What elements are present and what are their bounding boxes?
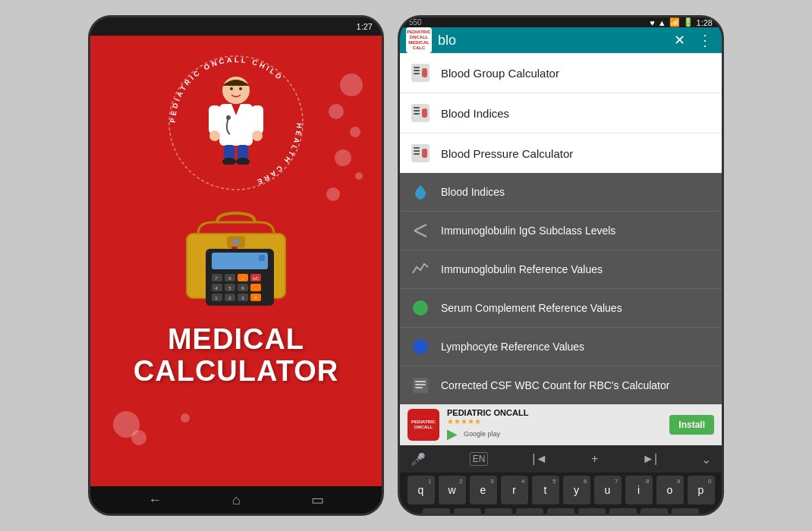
svg-rect-53 <box>422 68 427 77</box>
key-g[interactable]: g <box>547 508 574 516</box>
suggestion-icon-4 <box>409 335 432 358</box>
ad-title: PEDIATRIC ONCALL <box>447 408 662 417</box>
key-q[interactable]: q1 <box>408 476 435 504</box>
result-blood-indices[interactable]: Blood Indices <box>400 93 722 134</box>
medical-title: MEDICAL CALCULATOR <box>134 324 338 388</box>
key-i[interactable]: i8 <box>625 476 653 504</box>
result-blood-group[interactable]: Blood Group Calculator <box>400 53 722 93</box>
app-icon-small: PEDIATRICONCALLMEDICALCALC <box>406 27 432 53</box>
key-d[interactable]: d <box>485 508 512 516</box>
more-options-icon[interactable]: ⋮ <box>694 28 716 52</box>
ad-gplay-label: Google play <box>464 430 500 438</box>
clear-search-button[interactable]: ✕ <box>671 29 688 52</box>
ad-banner: PEDIATRICONCALL PEDIATRIC ONCALL ★★★★★ ▶… <box>400 404 722 445</box>
result-label-blood-pressure: Blood Pressure Calculator <box>441 147 573 160</box>
svg-text:+: + <box>241 276 244 281</box>
keyboard-toolbar: 🎤 EN |◄ + ►| ⌄ <box>400 445 722 473</box>
title-line2: CALCULATOR <box>134 355 338 387</box>
search-input[interactable] <box>438 33 665 49</box>
result-icon-blood-pressure <box>409 142 432 165</box>
svg-rect-71 <box>415 387 423 388</box>
phone-right: 550 ♥ ▲ 📶 🔋 1:28 PEDIATRICONCALLMEDICALC… <box>398 15 724 516</box>
plus-icon[interactable]: + <box>591 452 598 466</box>
key-w[interactable]: w2 <box>439 476 466 504</box>
svg-point-7 <box>209 130 220 141</box>
search-bar: PEDIATRICONCALLMEDICALCALC ✕ ⋮ <box>400 27 722 53</box>
suggestion-5[interactable]: Corrected CSF WBC Count for RBC's Calcul… <box>400 366 722 404</box>
kb-row-1: q1 w2 e3 r4 t5 y6 u7 i8 o9 p0 <box>403 476 719 504</box>
svg-rect-61 <box>414 150 420 152</box>
svg-rect-6 <box>251 105 263 134</box>
svg-rect-69 <box>415 381 426 382</box>
svg-point-67 <box>413 339 428 354</box>
svg-rect-52 <box>414 73 420 74</box>
suggestion-icon-3 <box>409 297 432 319</box>
key-y[interactable]: y6 <box>563 476 590 504</box>
suggestion-section: Blood Indices Immunoglobulin IgG Subclas… <box>400 173 722 404</box>
ad-app-icon: PEDIATRICONCALL <box>408 409 439 441</box>
suggestion-3[interactable]: Serum Complement Reference Values <box>400 289 722 328</box>
key-k[interactable]: k <box>640 508 668 516</box>
result-label-blood-group: Blood Group Calculator <box>441 67 559 80</box>
suggestion-label-3: Serum Complement Reference Values <box>441 302 622 314</box>
svg-point-19 <box>232 238 240 246</box>
ring-container: PEDIATRIC ONCALL CHILD HEALTH CARE <box>164 51 308 195</box>
cursor-right-icon[interactable]: ►| <box>642 452 657 466</box>
home-icon-left[interactable]: ⌂ <box>232 492 241 508</box>
key-e[interactable]: e3 <box>470 476 497 504</box>
svg-rect-51 <box>414 70 420 71</box>
svg-rect-50 <box>414 67 420 68</box>
status-bar-left: 1:27 <box>90 17 382 36</box>
suggestion-2[interactable]: Immunoglobulin Reference Values <box>400 250 722 289</box>
result-icon-blood-indices <box>409 102 432 124</box>
suggestion-label-2: Immunoglobulin Reference Values <box>441 263 603 275</box>
phone-left: 1:27 PEDIATRIC ONCALL CHILD HEALTH CARE <box>88 15 384 516</box>
lang-icon[interactable]: EN <box>470 452 489 466</box>
key-s[interactable]: s <box>454 508 481 516</box>
status-time-left: 1:27 <box>357 22 373 31</box>
install-button[interactable]: Install <box>669 415 714 435</box>
suggestion-label-0: Blood Indices <box>441 186 505 198</box>
key-j[interactable]: j <box>609 508 637 516</box>
key-l[interactable]: l <box>672 508 699 516</box>
suggestion-label-5: Corrected CSF WBC Count for RBC's Calcul… <box>441 379 669 391</box>
svg-rect-24 <box>259 255 265 261</box>
svg-point-8 <box>252 130 263 141</box>
results-section: Blood Group Calculator Blood Indices <box>400 53 722 173</box>
key-a[interactable]: a <box>423 508 450 516</box>
key-u[interactable]: u7 <box>594 476 622 504</box>
carrier-right: 550 <box>409 18 422 27</box>
ad-info: PEDIATRIC ONCALL ★★★★★ ▶ Google play <box>447 408 662 442</box>
key-o[interactable]: o9 <box>656 476 684 504</box>
svg-rect-23 <box>212 253 268 269</box>
svg-rect-63 <box>422 149 427 158</box>
suggestion-0[interactable]: Blood Indices <box>400 173 722 212</box>
key-t[interactable]: t5 <box>532 476 559 504</box>
back-icon-left[interactable]: ← <box>148 492 162 508</box>
suggestion-icon-1 <box>409 219 432 242</box>
mic-icon[interactable]: 🎤 <box>411 452 426 467</box>
key-r[interactable]: r4 <box>501 476 528 504</box>
result-blood-pressure[interactable]: Blood Pressure Calculator <box>400 134 722 173</box>
key-f[interactable]: f <box>516 508 543 516</box>
suggestion-icon-2 <box>409 258 432 281</box>
cursor-left-icon[interactable]: |◄ <box>532 452 547 466</box>
collapse-kb-icon[interactable]: ⌄ <box>701 452 711 467</box>
outer-frame: 1:27 PEDIATRIC ONCALL CHILD HEALTH CARE <box>88 15 724 516</box>
status-bar-right: 550 ♥ ▲ 📶 🔋 1:28 <box>400 17 722 27</box>
svg-rect-5 <box>209 105 221 134</box>
svg-point-66 <box>413 300 428 316</box>
suggestion-4[interactable]: Lymphocyte Reference Values <box>400 328 722 366</box>
svg-point-10 <box>230 87 233 90</box>
bubbles-area <box>306 66 367 218</box>
result-icon-blood-group <box>409 61 432 84</box>
suggestion-1[interactable]: Immunoglobulin IgG Subclass Levels <box>400 212 722 250</box>
svg-rect-58 <box>422 108 427 118</box>
key-h[interactable]: h <box>578 508 606 516</box>
svg-rect-60 <box>414 147 420 149</box>
recents-icon-left[interactable]: ▭ <box>311 492 324 508</box>
bottom-bubbles <box>98 411 156 441</box>
svg-rect-56 <box>414 110 420 112</box>
key-p[interactable]: p0 <box>688 476 715 504</box>
result-label-blood-indices: Blood Indices <box>441 107 509 120</box>
